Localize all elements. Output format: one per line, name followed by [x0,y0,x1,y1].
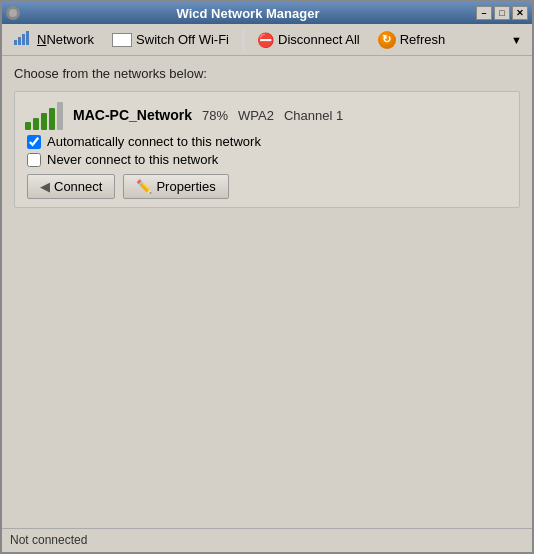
switch-wifi-item[interactable]: Switch Off Wi-Fi [105,28,236,51]
svg-rect-1 [14,40,17,45]
menubar: NNetwork Switch Off Wi-Fi ⛔ Disconnect A… [2,24,532,56]
properties-label: Properties [156,179,215,194]
dropdown-arrow[interactable]: ▼ [505,30,528,50]
never-connect-label: Never connect to this network [47,152,218,167]
refresh-item[interactable]: ↻ Refresh [371,27,453,53]
status-text: Not connected [10,533,87,547]
never-connect-checkbox[interactable] [27,153,41,167]
signal-bar-5 [57,102,63,130]
buttons-row: ◀ Connect ✏️ Properties [27,174,509,199]
connect-button[interactable]: ◀ Connect [27,174,115,199]
svg-rect-2 [18,37,21,45]
signal-bar-4 [49,108,55,130]
statusbar: Not connected [2,528,532,552]
connect-label: Connect [54,179,102,194]
disconnect-all-item[interactable]: ⛔ Disconnect All [250,28,367,52]
choose-text: Choose from the networks below: [14,66,520,81]
switch-wifi-label: Switch Off Wi-Fi [136,32,229,47]
svg-rect-3 [22,34,25,45]
separator-1 [242,29,244,51]
minimize-button[interactable]: – [476,6,492,20]
network-channel: Channel 1 [284,108,343,123]
refresh-label: Refresh [400,32,446,47]
window-title: Wicd Network Manager [20,6,476,21]
main-content: Choose from the networks below: MAC-PC_N… [2,56,532,528]
network-header: MAC-PC_Network 78% WPA2 Channel 1 [25,100,509,130]
properties-icon: ✏️ [136,179,152,194]
titlebar: Wicd Network Manager – □ ✕ [2,2,532,24]
network-security: WPA2 [238,108,274,123]
disconnect-icon: ⛔ [257,32,274,48]
wifi-checkbox-icon [112,33,132,47]
titlebar-controls: – □ ✕ [476,6,528,20]
signal-bar-3 [41,113,47,130]
network-strength: 78% [202,108,228,123]
auto-connect-label: Automatically connect to this network [47,134,261,149]
network-menu-label: NNetwork [37,32,94,47]
network-name: MAC-PC_Network [73,107,192,123]
signal-bars [25,100,63,130]
titlebar-icon [6,6,20,20]
network-icon [13,30,33,49]
svg-point-0 [9,9,17,17]
close-button[interactable]: ✕ [512,6,528,20]
signal-bar-2 [33,118,39,130]
disconnect-label: Disconnect All [278,32,360,47]
auto-connect-row[interactable]: Automatically connect to this network [27,134,509,149]
refresh-icon: ↻ [378,31,396,49]
never-connect-row[interactable]: Never connect to this network [27,152,509,167]
signal-bar-1 [25,122,31,130]
network-menu-item[interactable]: NNetwork [6,26,101,53]
auto-connect-checkbox[interactable] [27,135,41,149]
maximize-button[interactable]: □ [494,6,510,20]
connect-icon: ◀ [40,179,50,194]
properties-button[interactable]: ✏️ Properties [123,174,228,199]
network-details: Automatically connect to this network Ne… [25,134,509,199]
network-entry: MAC-PC_Network 78% WPA2 Channel 1 Automa… [14,91,520,208]
svg-rect-4 [26,31,29,45]
